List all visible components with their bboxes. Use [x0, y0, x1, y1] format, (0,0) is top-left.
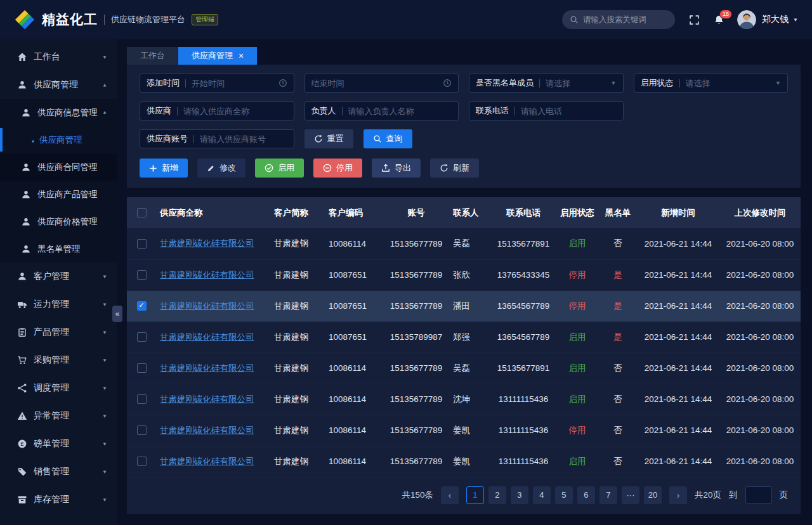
row-checkbox[interactable]: [137, 239, 147, 249]
user-menu-caret-icon[interactable]: ▼: [793, 17, 798, 23]
start-time-input[interactable]: [192, 79, 275, 88]
page-button[interactable]: 2: [488, 486, 506, 504]
row-checkbox[interactable]: [137, 363, 147, 373]
contact-cell: 潘田: [449, 290, 491, 321]
sidebar-item[interactable]: 供应商价格管理: [0, 208, 117, 235]
supplier-name-link[interactable]: 甘肃建刚碳化硅有限公司: [160, 238, 254, 248]
supplier-name-link[interactable]: 甘肃建刚碳化硅有限公司: [160, 363, 254, 373]
sidebar-item[interactable]: 库存管理▼: [0, 486, 117, 514]
sidebar-item[interactable]: 供应商管理▼: [0, 71, 117, 99]
filter-end-time[interactable]: [304, 74, 459, 93]
sidebar-item[interactable]: 调度管理▼: [0, 374, 117, 402]
prev-page-button[interactable]: ‹: [441, 486, 459, 504]
disable-button[interactable]: 停用: [313, 159, 362, 178]
page-button[interactable]: 1: [466, 486, 484, 504]
page-button[interactable]: 20: [644, 486, 662, 504]
account-cell: 15135677789: [383, 290, 449, 321]
page-button[interactable]: 3: [511, 486, 528, 504]
row-checkbox[interactable]: [137, 394, 147, 404]
next-page-button[interactable]: ›: [669, 486, 687, 504]
sidebar-item[interactable]: £磅单管理▼: [0, 430, 117, 458]
filter-status-select[interactable]: 启用状态 ▼: [634, 74, 789, 93]
table-row[interactable]: 甘肃建刚碳化硅有限公司甘肃建钢1008611415135677789姜凯1311…: [127, 415, 801, 446]
row-checkbox[interactable]: [137, 425, 147, 435]
end-time-input[interactable]: [311, 79, 440, 88]
blacklist-select-input[interactable]: [546, 79, 607, 88]
filter-account[interactable]: 供应商账号: [140, 129, 294, 148]
sidebar-item[interactable]: 运力管理▼: [0, 290, 117, 318]
sidebar-item[interactable]: 客户管理▼: [0, 262, 117, 290]
table-row[interactable]: 甘肃建刚碳化硅有限公司甘肃建钢1008765115135677789张欣1376…: [127, 259, 801, 290]
sidebar-item[interactable]: 工作台▼: [0, 43, 117, 71]
page-button[interactable]: 6: [577, 486, 595, 504]
row-checkbox[interactable]: [137, 457, 147, 466]
supplier-name-link[interactable]: 甘肃建刚碳化硅有限公司: [160, 270, 254, 280]
sidebar-item[interactable]: 供应商管理: [0, 126, 117, 153]
account-input[interactable]: [200, 134, 287, 144]
supplier-input[interactable]: [183, 107, 287, 116]
username[interactable]: 郑大钱: [762, 14, 789, 25]
sidebar-item[interactable]: 产品管理▼: [0, 318, 117, 346]
row-checkbox[interactable]: [137, 301, 147, 311]
add-button[interactable]: 新增: [140, 159, 188, 178]
notification-bell-icon[interactable]: 15: [714, 15, 724, 25]
contact-phone-cell: 15135677891: [491, 353, 556, 384]
supplier-name-link[interactable]: 甘肃建刚碳化硅有限公司: [160, 425, 254, 435]
sidebar-item[interactable]: 供应商产品管理: [0, 181, 117, 208]
refresh-button[interactable]: 刷新: [430, 159, 479, 178]
avatar[interactable]: [737, 10, 756, 29]
table-row[interactable]: 甘肃建刚碳化硅有限公司甘肃建钢1008611415135677789姜凯1311…: [127, 446, 801, 477]
edit-button[interactable]: 修改: [197, 159, 246, 178]
sidebar-item[interactable]: 黑名单管理: [0, 235, 117, 262]
supplier-name-link[interactable]: 甘肃建刚碳化硅有限公司: [160, 457, 254, 466]
filter-manager[interactable]: 负责人: [304, 101, 459, 120]
filter-supplier[interactable]: 供应商: [140, 101, 294, 120]
sidebar-item[interactable]: 供应商信息管理▼: [0, 99, 117, 126]
table-row[interactable]: 甘肃建刚碳化硅有限公司甘肃建钢1008765115135677789潘田1365…: [127, 290, 801, 321]
status-select-input[interactable]: [686, 79, 772, 88]
table-row[interactable]: 甘肃建刚碳化硅有限公司甘肃建钢1008611415135677789吴磊1513…: [127, 353, 801, 384]
supplier-name-link[interactable]: 甘肃建刚碳化硅有限公司: [160, 301, 254, 311]
row-checkbox[interactable]: [137, 332, 147, 342]
sidebar-item[interactable]: 销售管理▼: [0, 458, 117, 486]
manager-input[interactable]: [348, 107, 452, 116]
sidebar-item[interactable]: 供应商合同管理: [0, 153, 117, 181]
page-jump-input[interactable]: [745, 486, 772, 504]
supplier-name-link[interactable]: 甘肃建刚碳化硅有限公司: [160, 394, 254, 404]
supplier-name-link[interactable]: 甘肃建刚碳化硅有限公司: [160, 332, 254, 342]
fullscreen-icon[interactable]: [689, 15, 700, 25]
clock-icon: [443, 79, 452, 88]
status-cell: 启用: [556, 321, 599, 353]
sidebar-item-label: 采购管理: [34, 354, 102, 366]
page-button[interactable]: 7: [599, 486, 617, 504]
row-checkbox[interactable]: [137, 270, 147, 280]
filter-blacklist-select[interactable]: 是否黑名单成员 ▼: [469, 74, 624, 93]
sidebar-item[interactable]: 异常管理▼: [0, 402, 117, 430]
table-row[interactable]: 甘肃建刚碳化硅有限公司甘肃建钢1008611415135677789沈坤1311…: [127, 384, 801, 415]
tab-supplier-management[interactable]: 供应商管理 ×: [178, 47, 257, 65]
sidebar-item-label: 产品管理: [34, 327, 102, 338]
select-all-checkbox[interactable]: [137, 208, 147, 217]
export-button[interactable]: 导出: [372, 159, 421, 178]
filter-start-time[interactable]: 添加时间: [140, 74, 294, 93]
page-button[interactable]: 5: [555, 486, 573, 504]
tab-workbench[interactable]: 工作台: [127, 47, 178, 65]
tab-close-icon[interactable]: ×: [239, 51, 244, 60]
enable-button[interactable]: 启用: [255, 159, 304, 178]
inventory-icon: [17, 495, 27, 505]
reset-button[interactable]: 重置: [304, 129, 353, 148]
phone-input[interactable]: [521, 107, 617, 116]
page-ellipsis-button[interactable]: ···: [622, 486, 639, 504]
col-blacklist: 黑名单: [599, 197, 637, 228]
global-search[interactable]: [562, 10, 675, 29]
sidebar-item[interactable]: 采购管理▼: [0, 346, 117, 374]
filter-phone[interactable]: 联系电话: [469, 101, 624, 120]
global-search-input[interactable]: [583, 15, 667, 24]
table-row[interactable]: 甘肃建刚碳化硅有限公司甘肃建钢1008611415135677789吴磊1513…: [127, 228, 801, 259]
modified-time-cell: 2021-06-20 08:00: [719, 415, 801, 446]
sidebar-collapse-handle[interactable]: «: [112, 306, 122, 322]
table-row[interactable]: 甘肃建刚碳化硅有限公司甘肃建钢1008765115135789987郑强1365…: [127, 321, 801, 353]
page-button[interactable]: 4: [533, 486, 551, 504]
customer-code-cell: 10087651: [325, 290, 383, 321]
search-button[interactable]: 查询: [363, 129, 412, 148]
